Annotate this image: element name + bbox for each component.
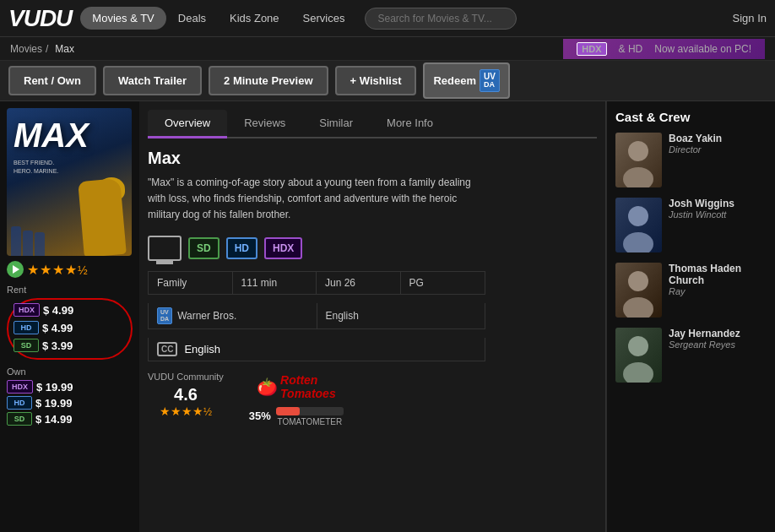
release-cell: Jun 26 — [317, 272, 401, 294]
preview-button[interactable]: 2 Minute Preview — [209, 66, 328, 95]
main-content: MAX BEST FRIEND.HERO. MARINE. ★★★★½ Rent… — [0, 101, 775, 532]
navbar: VUDU Movies & TV Deals Kids Zone Service… — [0, 0, 775, 37]
rent-hdx-badge: HDX — [14, 303, 40, 317]
rt-score: 35% — [249, 410, 271, 422]
rt-logo: 🍅 RottenTomatoes — [263, 372, 330, 401]
dog-body-icon — [78, 178, 127, 256]
cast-photo-svg-3 — [615, 263, 662, 318]
rent-hdx-row[interactable]: HDX $ 4.99 — [10, 302, 129, 318]
action-bar: Rent / Own Watch Trailer 2 Minute Previe… — [0, 61, 775, 101]
rt-bar — [276, 407, 344, 415]
tab-more-info[interactable]: More Info — [370, 110, 450, 138]
tab-reviews[interactable]: Reviews — [227, 110, 302, 138]
cast-member-1[interactable]: Boaz Yakin Director — [615, 133, 767, 187]
wishlist-button[interactable]: + Wishlist — [335, 66, 417, 95]
content-area: Overview Reviews Similar More Info Max "… — [139, 101, 605, 532]
own-hdx-badge: HDX — [7, 380, 33, 394]
quality-bar: SD HD HDX — [148, 236, 597, 261]
search-input[interactable] — [365, 8, 517, 30]
signin-button[interactable]: Sign In — [733, 12, 767, 24]
cc-row: CC English — [148, 338, 485, 361]
rent-own-button[interactable]: Rent / Own — [8, 66, 96, 95]
rent-sd-badge: SD — [14, 339, 39, 352]
breadcrumb-movies[interactable]: Movies — [10, 43, 42, 55]
right-panel: Cast & Crew Boaz Yakin — [606, 101, 775, 532]
nav-deals[interactable]: Deals — [166, 7, 218, 30]
monitor-icon — [148, 236, 182, 261]
cast-info-1: Boaz Yakin Director — [669, 133, 722, 155]
watch-trailer-button[interactable]: Watch Trailer — [103, 66, 202, 95]
tab-bar: Overview Reviews Similar More Info — [148, 110, 597, 138]
cast-name-1: Boaz Yakin — [669, 133, 722, 144]
cast-photo-3 — [615, 263, 662, 318]
uv-small-badge: UVDA — [157, 307, 172, 325]
cast-role-1: Director — [669, 144, 722, 155]
own-hdx-row[interactable]: HDX $ 19.99 — [7, 380, 133, 394]
language-value: English — [326, 310, 359, 322]
breadcrumb-current: Max — [55, 43, 74, 55]
rotten-tomatoes-rating: 🍅 RottenTomatoes 35% TOMATOMETER — [249, 372, 344, 426]
community-label: VUDU Community — [148, 372, 224, 382]
own-sd-price: $ 14.99 — [35, 413, 72, 426]
person-2-icon — [23, 231, 33, 256]
rating-cell: PG — [401, 272, 485, 294]
nav-services[interactable]: Services — [291, 7, 357, 30]
left-panel: MAX BEST FRIEND.HERO. MARINE. ★★★★½ Rent… — [0, 101, 139, 532]
rent-hd-price: $ 4.99 — [42, 322, 73, 334]
rent-hd-row[interactable]: HD $ 4.99 — [10, 320, 129, 335]
hd-label: & HD — [619, 43, 643, 55]
rent-sd-price: $ 3.99 — [42, 339, 73, 352]
cast-photo-svg-4 — [615, 328, 662, 383]
play-rating-row: ★★★★½ — [7, 261, 133, 278]
tab-similar[interactable]: Similar — [302, 110, 370, 138]
svg-point-7 — [628, 271, 648, 291]
uv-badge: UV DA — [480, 69, 500, 92]
rt-brand-text: RottenTomatoes — [280, 373, 336, 400]
cast-crew-title: Cast & Crew — [615, 110, 767, 124]
person-3-icon — [35, 232, 45, 256]
poster-tagline: BEST FRIEND.HERO. MARINE. — [14, 159, 58, 176]
hd-quality-badge: HD — [226, 237, 257, 259]
cast-name-4: Jay Hernandez — [669, 328, 740, 339]
vudu-community-rating: VUDU Community 4.6 ★★★★½ — [148, 372, 224, 418]
rt-meter-label: TOMATOMETER — [276, 417, 344, 426]
cast-member-4[interactable]: Jay Hernandez Sergeant Reyes — [615, 328, 767, 383]
nav-movies-tv[interactable]: Movies & TV — [80, 7, 165, 30]
person-1-icon — [11, 226, 21, 256]
studio-cell: UVDA Warner Bros. — [149, 303, 317, 329]
hdx-label: HDX — [577, 42, 606, 56]
cast-photo-svg-1 — [615, 133, 662, 187]
cast-name-3: Thomas Haden Church — [669, 263, 767, 286]
movie-info-table: Family 111 min Jun 26 PG — [148, 271, 485, 295]
tab-overview[interactable]: Overview — [148, 110, 227, 138]
hdx-banner: HDX & HD Now available on PC! — [563, 39, 765, 59]
own-sd-row[interactable]: SD $ 14.99 — [7, 412, 133, 426]
rent-label: Rent — [7, 285, 133, 295]
rent-sd-row[interactable]: SD $ 3.99 — [10, 338, 129, 353]
cast-role-3: Ray — [669, 286, 767, 296]
rt-splat-icon: 🍅 — [257, 377, 278, 397]
cast-photo-1 — [615, 133, 662, 187]
cast-photo-2 — [615, 198, 662, 252]
play-button[interactable] — [7, 261, 24, 278]
cast-name-2: Josh Wiggins — [669, 198, 734, 209]
play-triangle-icon — [13, 265, 19, 274]
cast-member-2[interactable]: Josh Wiggins Justin Wincott — [615, 198, 767, 252]
svg-point-4 — [628, 206, 648, 226]
hdx-quality-badge: HDX — [264, 237, 302, 259]
cast-role-2: Justin Wincott — [669, 209, 734, 220]
cast-role-4: Sergeant Reyes — [669, 339, 740, 350]
community-stars: ★★★★½ — [148, 404, 224, 418]
nav-kids-zone[interactable]: Kids Zone — [218, 7, 291, 30]
own-hdx-price: $ 19.99 — [36, 381, 73, 394]
duration-cell: 111 min — [233, 272, 317, 294]
breadcrumb-separator: / — [46, 43, 48, 55]
own-hd-row[interactable]: HD $ 19.99 — [7, 396, 133, 410]
sd-quality-badge: SD — [188, 237, 219, 259]
redeem-button[interactable]: Redeem UV DA — [423, 62, 509, 99]
cast-member-3[interactable]: Thomas Haden Church Ray — [615, 263, 767, 318]
community-score: 4.6 — [148, 385, 224, 404]
language-cell: English — [317, 303, 485, 329]
cast-photo-4 — [615, 328, 662, 383]
own-hd-price: $ 19.99 — [35, 397, 72, 410]
